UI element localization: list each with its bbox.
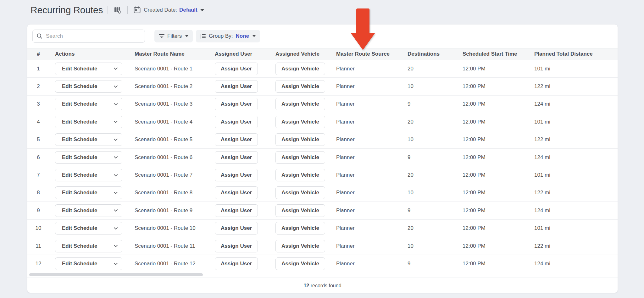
horizontal-scrollbar-thumb[interactable] xyxy=(29,273,203,276)
edit-schedule-button[interactable]: Edit Schedule xyxy=(55,169,122,181)
edit-schedule-button[interactable]: Edit Schedule xyxy=(55,151,122,164)
scheduled-start-time: 12:00 PM xyxy=(463,83,486,89)
edit-schedule-dropdown-toggle[interactable] xyxy=(109,63,122,75)
scheduled-start-time-cell: 12:00 PM xyxy=(463,225,534,231)
edit-schedule-button[interactable]: Edit Schedule xyxy=(55,133,122,146)
assign-user-button[interactable]: Assign User xyxy=(215,240,258,252)
table-row: 7 Edit Schedule Scenario 0001 - Route 7 … xyxy=(27,166,618,184)
assign-vehicle-button[interactable]: Assign Vehicle xyxy=(275,63,325,75)
actions-cell: Edit Schedule xyxy=(55,204,135,217)
assign-user-button[interactable]: Assign User xyxy=(215,204,258,217)
assign-user-button[interactable]: Assign User xyxy=(215,116,258,128)
edit-schedule-button[interactable]: Edit Schedule xyxy=(55,186,122,199)
edit-schedule-dropdown-toggle[interactable] xyxy=(109,98,122,110)
edit-schedule-dropdown-toggle[interactable] xyxy=(109,80,122,92)
edit-schedule-label[interactable]: Edit Schedule xyxy=(55,63,109,75)
assign-user-button[interactable]: Assign User xyxy=(215,186,258,199)
edit-schedule-button[interactable]: Edit Schedule xyxy=(55,257,122,270)
edit-schedule-dropdown-toggle[interactable] xyxy=(109,240,122,252)
edit-schedule-label[interactable]: Edit Schedule xyxy=(55,80,109,92)
edit-schedule-dropdown-toggle[interactable] xyxy=(109,116,122,128)
edit-schedule-label[interactable]: Edit Schedule xyxy=(55,258,109,270)
table-toolbar: Filters Group By: None xyxy=(27,25,618,48)
edit-schedule-label[interactable]: Edit Schedule xyxy=(55,222,109,234)
destinations-cell: 10 xyxy=(408,83,463,90)
column-header-scheduled-start-time: Scheduled Start Time xyxy=(463,51,534,57)
assign-vehicle-button[interactable]: Assign Vehicle xyxy=(275,169,325,181)
assign-vehicle-button[interactable]: Assign Vehicle xyxy=(275,98,325,110)
assign-user-button[interactable]: Assign User xyxy=(215,98,258,110)
row-index: 4 xyxy=(34,119,43,125)
edit-schedule-button[interactable]: Edit Schedule xyxy=(55,98,122,110)
assigned-user-cell: Assign User xyxy=(215,116,275,128)
assign-vehicle-button[interactable]: Assign Vehicle xyxy=(275,80,325,93)
assign-vehicle-button[interactable]: Assign Vehicle xyxy=(275,151,325,164)
assigned-vehicle-cell: Assign Vehicle xyxy=(275,133,336,146)
master-route-source-cell: Planner xyxy=(336,66,408,72)
assign-user-button[interactable]: Assign User xyxy=(215,133,258,146)
edit-schedule-button[interactable]: Edit Schedule xyxy=(55,240,122,252)
table-row: 11 Edit Schedule Scenario 0001 - Route 1… xyxy=(27,237,618,255)
assign-user-button[interactable]: Assign User xyxy=(215,63,258,75)
row-index-cell: 1 xyxy=(27,66,55,72)
assigned-vehicle-cell: Assign Vehicle xyxy=(275,240,336,252)
assign-user-button[interactable]: Assign User xyxy=(215,169,258,181)
horizontal-scrollbar[interactable] xyxy=(27,273,618,276)
assign-user-button[interactable]: Assign User xyxy=(215,257,258,270)
edit-schedule-button[interactable]: Edit Schedule xyxy=(55,63,122,75)
edit-schedule-dropdown-toggle[interactable] xyxy=(109,222,122,234)
assign-vehicle-button[interactable]: Assign Vehicle xyxy=(275,116,325,128)
master-route-name: Scenario 0001 - Route 7 xyxy=(135,172,192,178)
created-date-filter[interactable]: Created Date: Default xyxy=(144,7,204,13)
search-input[interactable] xyxy=(46,33,141,39)
assign-user-button[interactable]: Assign User xyxy=(215,151,258,164)
edit-schedule-dropdown-toggle[interactable] xyxy=(109,169,122,181)
scheduled-start-time-cell: 12:00 PM xyxy=(463,101,534,107)
assign-vehicle-button[interactable]: Assign Vehicle xyxy=(275,240,325,252)
assign-vehicle-button[interactable]: Assign Vehicle xyxy=(275,204,325,217)
planned-total-distance: 122 mi xyxy=(534,243,550,249)
edit-schedule-label[interactable]: Edit Schedule xyxy=(55,152,109,163)
edit-schedule-label[interactable]: Edit Schedule xyxy=(55,240,109,252)
edit-schedule-button[interactable]: Edit Schedule xyxy=(55,80,122,93)
destinations-cell: 9 xyxy=(408,261,463,267)
edit-schedule-label[interactable]: Edit Schedule xyxy=(55,169,109,181)
filters-button[interactable]: Filters xyxy=(154,30,193,42)
assigned-user-cell: Assign User xyxy=(215,240,275,252)
edit-schedule-label[interactable]: Edit Schedule xyxy=(55,187,109,199)
master-route-source-cell: Planner xyxy=(336,101,408,107)
master-route-name: Scenario 0001 - Route 6 xyxy=(135,154,192,160)
assign-user-button[interactable]: Assign User xyxy=(215,222,258,235)
row-index: 8 xyxy=(34,190,43,196)
assign-vehicle-button[interactable]: Assign Vehicle xyxy=(275,186,325,199)
planned-total-distance-cell: 101 mi xyxy=(534,225,618,231)
assign-vehicle-button[interactable]: Assign Vehicle xyxy=(275,257,325,270)
edit-schedule-label[interactable]: Edit Schedule xyxy=(55,134,109,146)
search-box[interactable] xyxy=(32,30,145,43)
assign-user-button[interactable]: Assign User xyxy=(215,80,258,93)
assign-vehicle-button[interactable]: Assign Vehicle xyxy=(275,222,325,235)
divider xyxy=(108,6,108,14)
group-by-button[interactable]: Group By: None xyxy=(196,30,260,42)
edit-schedule-dropdown-toggle[interactable] xyxy=(109,152,122,163)
destinations-cell: 9 xyxy=(408,101,463,107)
edit-schedule-dropdown-toggle[interactable] xyxy=(109,134,122,146)
master-route-source-cell: Planner xyxy=(336,119,408,125)
edit-schedule-label[interactable]: Edit Schedule xyxy=(55,116,109,128)
edit-schedule-label[interactable]: Edit Schedule xyxy=(55,205,109,217)
column-settings-icon[interactable] xyxy=(113,5,122,15)
edit-schedule-dropdown-toggle[interactable] xyxy=(109,187,122,199)
master-route-name-cell: Scenario 0001 - Route 6 xyxy=(135,154,215,161)
edit-schedule-label[interactable]: Edit Schedule xyxy=(55,98,109,110)
planned-total-distance: 101 mi xyxy=(534,66,550,72)
edit-schedule-dropdown-toggle[interactable] xyxy=(109,205,122,217)
edit-schedule-button[interactable]: Edit Schedule xyxy=(55,222,122,235)
master-route-name: Scenario 0001 - Route 10 xyxy=(135,225,196,231)
scheduled-start-time: 12:00 PM xyxy=(463,172,486,178)
edit-schedule-dropdown-toggle[interactable] xyxy=(109,258,122,270)
destinations-cell: 10 xyxy=(408,243,463,249)
edit-schedule-button[interactable]: Edit Schedule xyxy=(55,204,122,217)
assign-vehicle-button[interactable]: Assign Vehicle xyxy=(275,133,325,146)
planned-total-distance: 122 mi xyxy=(534,83,550,89)
edit-schedule-button[interactable]: Edit Schedule xyxy=(55,116,122,128)
